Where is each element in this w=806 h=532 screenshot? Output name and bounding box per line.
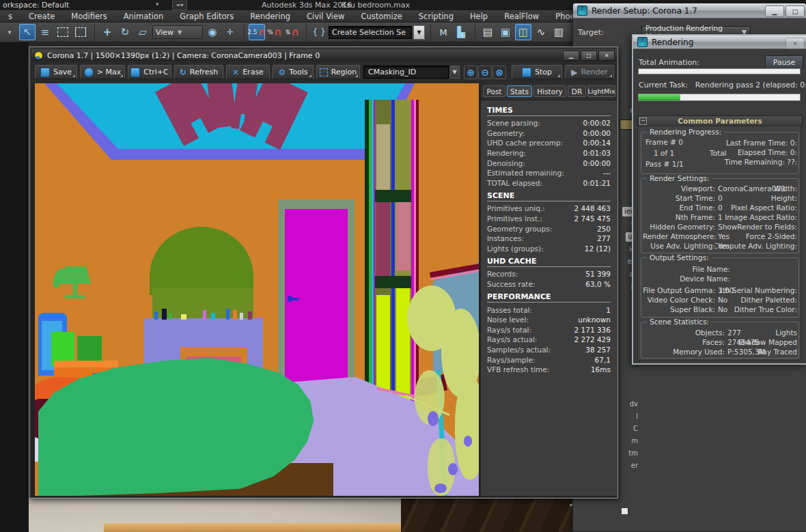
spinner-snap-icon[interactable]: ⇅∩ [284, 24, 301, 40]
maximize-icon[interactable]: □ [581, 51, 597, 61]
snap-toggle-icon[interactable]: 2.5∩ [249, 24, 265, 40]
window-buttons: ▁ □ ✕ [563, 51, 615, 61]
section-header-times: TIMES [487, 106, 611, 116]
group-legend: Output Settings: [647, 253, 711, 262]
reference-coordinate-dropdown[interactable]: View ▼ [152, 25, 203, 39]
layer-manager-icon[interactable]: ▤ [480, 24, 496, 40]
rectangular-selection-icon[interactable] [55, 24, 71, 40]
collapse-icon[interactable]: − [639, 117, 647, 125]
stat-label: Scene parsing: [487, 119, 540, 127]
tab-lightmix[interactable]: LightMix [587, 85, 615, 97]
window-crossing-icon[interactable] [72, 24, 89, 40]
render-setting: Width: [774, 184, 797, 193]
graphite-ribbon-icon[interactable]: ▣ [497, 24, 514, 40]
toolbar-separator [240, 24, 245, 40]
tab-dr[interactable]: DR [568, 85, 586, 97]
schematic-view-icon[interactable]: ▥ [551, 24, 567, 40]
render-button[interactable]: ▶Render [565, 65, 614, 79]
select-rotate-icon[interactable]: ↻ [117, 24, 133, 40]
refresh-icon: ↻ [180, 68, 186, 77]
workspace-menu-icon[interactable]: ≡▾ [172, 1, 187, 10]
maximize-icon[interactable]: □ [786, 5, 805, 17]
menu-item[interactable]: Rendering [242, 12, 298, 21]
render-element-arrow-icon[interactable]: ▼ [449, 66, 460, 79]
angle-snap-icon[interactable]: %∩ [266, 24, 283, 40]
region-button[interactable]: Region [316, 65, 360, 79]
erase-button[interactable]: ✕Erase [226, 65, 270, 79]
tab-history[interactable]: History [533, 85, 566, 97]
stat-row: Passes total:1 [487, 305, 611, 315]
render-setup-titlebar[interactable]: Render Setup: Corona 1.7 ▁ □ [573, 3, 806, 18]
mirror-icon[interactable]: M [435, 24, 451, 40]
max-app-icon [577, 5, 587, 16]
close-icon[interactable]: ✕ [786, 38, 805, 49]
save-button[interactable]: Save [35, 65, 77, 79]
select-scale-icon[interactable]: ▱ [135, 24, 151, 40]
render-decor-item [211, 313, 215, 320]
menu-item[interactable]: Modifiers [63, 12, 115, 21]
common-parameters-rollout[interactable]: − Common Parameters [637, 115, 803, 126]
close-icon[interactable]: ✕ [598, 51, 615, 61]
vfb-titlebar[interactable]: Corona 1.7 | 1500×1390px (1:2) | Camera:… [31, 49, 617, 61]
target-label: Target: [578, 28, 604, 37]
minimize-icon[interactable]: ▁ [563, 51, 579, 61]
stat-row: File Name: [643, 264, 733, 274]
tools-button[interactable]: ⚙Tools [273, 65, 314, 79]
select-object-icon[interactable]: ↖ [19, 24, 36, 40]
checkbox-fragment[interactable] [621, 507, 628, 515]
max-logo-icon [84, 68, 94, 77]
align-icon[interactable]: ▙ [453, 24, 469, 40]
copy-button[interactable]: Ctrl+C [128, 65, 171, 79]
render-door [285, 209, 348, 384]
stat-row: Instances:277 [487, 234, 611, 244]
stat-label: Device Name: [643, 275, 730, 283]
refresh-button[interactable]: ↻Refresh [174, 65, 223, 79]
total-animation-progressbar [638, 68, 801, 74]
render-setting: Render to Fields: [737, 222, 797, 232]
zoom-reset-icon[interactable]: ⊗ [492, 66, 506, 79]
render-plant-flower [448, 463, 458, 475]
pass-number: Pass # 1/1 [645, 160, 684, 168]
workspace-dropdown-arrow-icon[interactable]: ▾ [156, 1, 159, 8]
viewport-bottom[interactable] [29, 493, 618, 532]
render-element-dropdown[interactable]: CMasking_ID [363, 66, 449, 79]
tab-post[interactable]: Post [483, 85, 505, 97]
workspace-selector[interactable]: orkspace: Default [3, 1, 69, 10]
menu-item[interactable]: Create [20, 12, 63, 21]
zoom-in-icon[interactable]: ⊕ [464, 66, 477, 79]
pause-button[interactable]: Pause [765, 55, 803, 69]
render-image[interactable] [35, 83, 479, 496]
scene-stat: Ray Traced [758, 347, 797, 356]
stat-row: Noise level:unknown [487, 315, 611, 325]
use-center-icon[interactable]: ◉ [204, 24, 221, 40]
menu-item[interactable]: Civil View [298, 12, 352, 21]
stat-label: Objects: [643, 328, 725, 337]
menu-item[interactable]: Scripting [411, 12, 462, 21]
to-max-button[interactable]: > Max [80, 65, 125, 79]
named-selection-sets-icon[interactable]: { } [311, 24, 327, 40]
scene-explorer-icon[interactable]: ◫ [515, 24, 531, 40]
menu-item[interactable]: Graph Editors [171, 12, 242, 21]
menu-item[interactable]: Customize [352, 12, 410, 21]
zoom-out-icon[interactable]: ⊖ [478, 66, 492, 79]
select-move-icon[interactable]: + [99, 24, 115, 40]
menu-item[interactable]: s [0, 12, 20, 21]
menu-item[interactable]: Animation [115, 12, 172, 21]
select-manipulate-icon[interactable]: ✛ [222, 24, 238, 40]
menu-item[interactable]: Help [462, 12, 496, 21]
minimize-icon[interactable]: ▁ [765, 5, 784, 17]
vfb-tabs: Post Stats History DR LightMix [481, 83, 617, 100]
progress-right-column: Last Frame Time: 0:Elapsed Time: 0:Time … [717, 138, 797, 167]
app-title: Autodesk 3ds Max 2016 [262, 1, 352, 10]
stop-button[interactable]: Stop [512, 65, 562, 79]
rendering-titlebar[interactable]: Rendering ✕ [633, 36, 806, 49]
select-by-name-icon[interactable]: ≡ [37, 24, 53, 40]
render-setting: Image Aspect Ratio: [725, 212, 797, 222]
curve-editor-icon[interactable]: ∿ [533, 24, 549, 40]
flyout-arrow-icon[interactable]: ▾ [1, 24, 18, 40]
tab-stats[interactable]: Stats [507, 85, 532, 97]
stat-value: 250 [597, 225, 611, 233]
selection-set-dropdown[interactable]: Create Selection Se [329, 26, 412, 39]
menu-item[interactable]: RealFlow [496, 12, 547, 21]
selection-set-arrow-icon[interactable]: ▼ [413, 25, 425, 40]
